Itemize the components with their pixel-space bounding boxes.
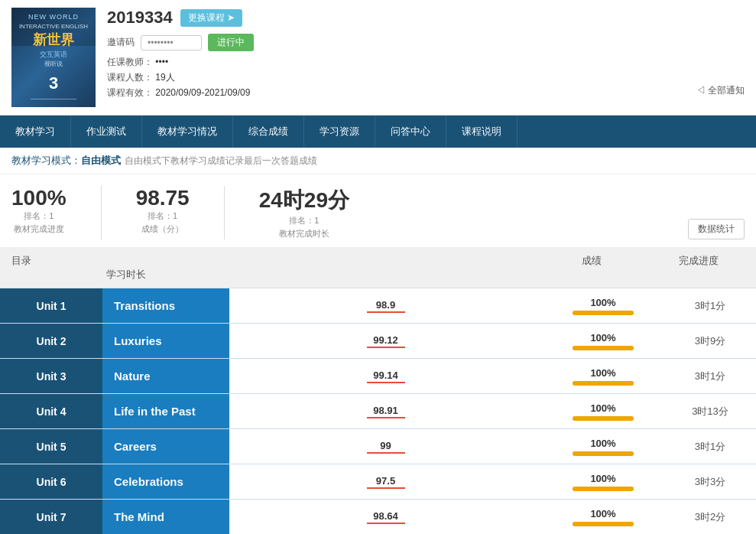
unit-score-3: 98.91 <box>229 397 542 426</box>
nav-item-2[interactable]: 教材学习情况 <box>142 116 233 148</box>
table-row[interactable]: Unit 1Transitions98.9100%3时1分 <box>0 288 756 324</box>
completion-value: 100% <box>11 186 67 210</box>
completion-rank: 排名：1 <box>11 210 67 222</box>
unit-label-1: Unit 2 <box>0 324 102 358</box>
table-row[interactable]: Unit 5Careers99100%3时1分 <box>0 429 756 464</box>
table-row[interactable]: Unit 7The Mind98.64100%3时2分 <box>0 500 756 534</box>
nav-item-0[interactable]: 教材学习 <box>0 116 71 148</box>
stat-divider-1 <box>101 186 102 239</box>
unit-time-0: 3时1分 <box>664 291 756 321</box>
score-label: 成绩（分） <box>136 223 190 235</box>
teacher-value: •••• <box>155 57 168 67</box>
book-cover: NEW WORLD INTERACTIVE ENGLISH 新世界 交互英语 视… <box>11 8 96 107</box>
stat-divider-2 <box>224 186 225 239</box>
completion-label: 教材完成进度 <box>11 223 67 235</box>
unit-name-6: The Mind <box>102 500 229 534</box>
unit-label-5: Unit 6 <box>0 464 102 499</box>
stats-area: 100% 排名：1 教材完成进度 98.75 排名：1 成绩（分） 24时29分… <box>0 174 756 248</box>
unit-time-6: 3时2分 <box>664 503 756 532</box>
unit-score-6: 98.64 <box>229 503 542 532</box>
unit-score-5: 97.5 <box>229 467 542 497</box>
unit-progress-1: 100% <box>542 324 664 358</box>
data-stats-button[interactable]: 数据统计 <box>688 219 745 239</box>
validity-label: 课程有效： <box>107 87 153 98</box>
invite-label: 邀请码 <box>107 36 135 49</box>
unit-name-1: Luxuries <box>102 324 229 358</box>
unit-name-0: Transitions <box>102 288 229 323</box>
unit-progress-2: 100% <box>542 360 664 393</box>
unit-time-1: 3时9分 <box>664 327 756 356</box>
score-value: 98.75 <box>136 186 190 210</box>
col-progress: 完成进度 <box>653 254 745 268</box>
table-row[interactable]: Unit 2Luxuries99.12100%3时9分 <box>0 324 756 359</box>
unit-label-2: Unit 3 <box>0 359 102 393</box>
unit-score-0: 98.9 <box>229 291 542 321</box>
in-progress-button[interactable]: 进行中 <box>208 34 254 51</box>
col-catalog: 目录 <box>11 254 530 268</box>
student-count-label: 课程人数： <box>107 72 153 83</box>
validity-value: 2020/09/09-2021/09/09 <box>155 87 250 98</box>
table-row[interactable]: Unit 6Celebrations97.5100%3时3分 <box>0 464 756 500</box>
units-table: Unit 1Transitions98.9100%3时1分Unit 2Luxur… <box>0 288 756 534</box>
unit-progress-5: 100% <box>542 465 664 499</box>
unit-score-4: 99 <box>229 432 542 461</box>
unit-progress-4: 100% <box>542 430 664 464</box>
stat-score: 98.75 排名：1 成绩（分） <box>136 186 190 235</box>
invite-code: •••••••• <box>141 35 202 50</box>
table-row[interactable]: Unit 3Nature99.14100%3时1分 <box>0 359 756 394</box>
course-info: 2019334 更换课程 ➤ 邀请码 •••••••• 进行中 任课教师： ••… <box>107 8 745 102</box>
unit-time-5: 3时3分 <box>664 467 756 497</box>
table-header: 目录 成绩 完成进度 学习时长 <box>0 248 756 288</box>
time-value: 24时29分 <box>259 186 349 215</box>
teacher-label: 任课教师： <box>107 57 153 67</box>
student-count-value: 19人 <box>155 72 174 83</box>
unit-label-4: Unit 5 <box>0 429 102 464</box>
nav-bar: 教材学习作业测试教材学习情况综合成绩学习资源问答中心课程说明 <box>0 116 756 148</box>
notify-button[interactable]: ◁ 全部通知 <box>696 84 745 97</box>
nav-item-1[interactable]: 作业测试 <box>71 116 142 148</box>
score-rank: 排名：1 <box>136 210 190 222</box>
header-area: NEW WORLD INTERACTIVE ENGLISH 新世界 交互英语 视… <box>0 0 756 116</box>
col-score: 成绩 <box>530 254 653 268</box>
mode-bar: 教材学习模式：自由模式自由模式下教材学习成绩记录最后一次答题成绩 <box>0 148 756 174</box>
unit-progress-6: 100% <box>542 500 664 534</box>
change-course-button[interactable]: 更换课程 ➤ <box>180 9 242 27</box>
stat-time: 24时29分 排名：1 教材完成时长 <box>259 186 349 239</box>
mode-desc: 自由模式下教材学习成绩记录最后一次答题成绩 <box>125 155 317 166</box>
unit-label-0: Unit 1 <box>0 288 102 323</box>
nav-item-4[interactable]: 学习资源 <box>304 116 375 148</box>
unit-time-4: 3时1分 <box>664 432 756 461</box>
nav-item-3[interactable]: 综合成绩 <box>233 116 304 148</box>
unit-score-1: 99.12 <box>229 327 542 356</box>
unit-progress-3: 100% <box>542 395 664 428</box>
course-id: 2019334 <box>107 8 173 28</box>
unit-name-5: Celebrations <box>102 464 229 499</box>
time-label: 教材完成时长 <box>259 228 349 239</box>
col-time: 学习时长 <box>11 268 241 282</box>
nav-item-5[interactable]: 问答中心 <box>375 116 446 148</box>
unit-name-4: Careers <box>102 429 229 464</box>
unit-score-2: 99.14 <box>229 362 542 391</box>
unit-time-2: 3时1分 <box>664 362 756 391</box>
time-rank: 排名：1 <box>259 215 349 226</box>
unit-progress-0: 100% <box>542 289 664 323</box>
unit-label-3: Unit 4 <box>0 394 102 428</box>
unit-label-6: Unit 7 <box>0 500 102 534</box>
mode-prefix: 教材学习模式： <box>11 155 81 166</box>
unit-name-2: Nature <box>102 359 229 393</box>
unit-time-3: 3时13分 <box>664 397 756 426</box>
unit-name-3: Life in the Past <box>102 394 229 428</box>
table-row[interactable]: Unit 4Life in the Past98.91100%3时13分 <box>0 394 756 429</box>
nav-item-6[interactable]: 课程说明 <box>446 116 518 148</box>
stat-completion: 100% 排名：1 教材完成进度 <box>11 186 67 235</box>
mode-value: 自由模式 <box>81 155 121 166</box>
